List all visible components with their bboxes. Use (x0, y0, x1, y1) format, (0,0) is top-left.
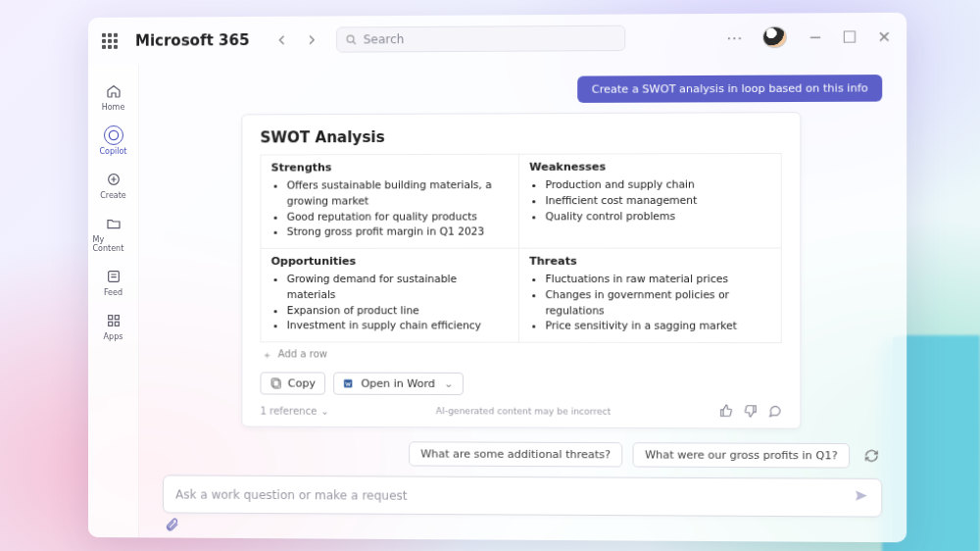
user-prompt-chip: Create a SWOT analysis in loop based on … (578, 75, 883, 103)
app-launcher-icon[interactable] (102, 33, 120, 49)
swot-item: Inefficient cost management (545, 192, 770, 208)
titlebar: Microsoft 365 Search ⋯ ─ ☐ ✕ (88, 13, 906, 65)
svg-rect-7 (115, 322, 119, 326)
swot-heading: Strengths (271, 161, 509, 175)
avatar[interactable] (762, 26, 787, 49)
sidebar: Home Copilot Create My Content Feed Apps (88, 65, 139, 543)
open-in-word-label: Open in Word (361, 377, 435, 390)
ai-disclaimer: AI-generated content may be incorrect (436, 406, 612, 417)
plus-icon: ＋ (263, 348, 272, 362)
swot-item: Strong gross profit margin in Q1 2023 (287, 225, 509, 240)
refresh-suggestions-button[interactable] (859, 445, 882, 468)
search-input[interactable]: Search (336, 25, 625, 53)
chevron-down-icon: ⌄ (444, 377, 453, 390)
swot-heading: Opportunities (271, 255, 509, 268)
svg-rect-9 (271, 378, 278, 386)
nav-back-button[interactable] (271, 29, 293, 51)
copilot-icon (103, 125, 122, 145)
swot-heading: Threats (529, 255, 770, 268)
references-label: 1 reference (260, 405, 317, 416)
swot-heading: Weaknesses (529, 160, 770, 174)
swot-item: Growing demand for sustainable materials (287, 272, 509, 303)
svg-rect-5 (115, 316, 119, 320)
sidebar-item-apps[interactable]: Apps (92, 306, 133, 346)
add-row-label: Add a row (278, 348, 328, 362)
feedback-more-button[interactable] (767, 404, 781, 420)
sidebar-item-label: Create (100, 191, 126, 200)
window-maximize-button[interactable]: ☐ (838, 27, 862, 46)
search-placeholder: Search (364, 32, 405, 46)
attach-button[interactable] (165, 517, 179, 535)
sidebar-item-home[interactable]: Home (92, 76, 133, 117)
swot-item: Expansion of product line (287, 303, 509, 319)
response-card: SWOT Analysis Strengths Offers sustainab… (241, 112, 801, 429)
apps-icon (103, 311, 122, 330)
sidebar-item-copilot[interactable]: Copilot (92, 121, 133, 161)
swot-item: Price sensitivity in a sagging market (545, 319, 770, 334)
svg-rect-3 (108, 272, 119, 282)
swot-item: Fluctuations in raw material prices (545, 272, 770, 287)
sidebar-item-label: Copilot (99, 147, 126, 156)
home-icon (103, 81, 122, 101)
sidebar-item-feed[interactable]: Feed (92, 262, 133, 302)
references-toggle[interactable]: 1 reference ⌄ (260, 405, 328, 416)
window-close-button[interactable]: ✕ (872, 27, 897, 47)
swot-strengths-cell: Strengths Offers sustainable building ma… (261, 155, 518, 249)
swot-item: Quality control problems (545, 208, 770, 224)
suggestion-chip[interactable]: What were our gross profits in Q1? (633, 442, 850, 468)
suggestion-chip[interactable]: What are some additional threats? (409, 441, 622, 467)
folder-icon (103, 214, 122, 233)
swot-opportunities-cell: Opportunities Growing demand for sustain… (261, 249, 518, 342)
sidebar-item-label: Feed (104, 288, 122, 297)
card-title: SWOT Analysis (260, 126, 781, 146)
sidebar-item-label: Apps (104, 332, 123, 341)
thumbs-up-button[interactable] (719, 404, 733, 420)
window-controls: ⋯ ─ ☐ ✕ (722, 25, 897, 48)
copy-icon (270, 376, 283, 389)
swot-item: Changes in government policies or regula… (545, 287, 770, 319)
nav-forward-button[interactable] (301, 29, 322, 51)
swot-weaknesses-cell: Weaknesses Production and supply chain I… (519, 154, 781, 249)
chevron-down-icon: ⌄ (320, 405, 328, 416)
chat-input[interactable]: Ask a work question or make a request (163, 475, 882, 517)
feed-icon (103, 267, 122, 286)
swot-item: Offers sustainable building materials, a… (287, 177, 509, 209)
refresh-icon (863, 448, 879, 463)
sidebar-item-create[interactable]: Create (92, 165, 133, 205)
more-button[interactable]: ⋯ (722, 27, 747, 46)
word-icon (343, 377, 356, 390)
sidebar-item-label: Home (102, 103, 125, 112)
app-window: Microsoft 365 Search ⋯ ─ ☐ ✕ Home Copilo… (88, 13, 906, 543)
svg-rect-6 (108, 322, 112, 326)
sidebar-item-label: My Content (92, 235, 133, 253)
create-icon (103, 170, 122, 189)
window-minimize-button[interactable]: ─ (803, 27, 827, 46)
paperclip-icon (165, 517, 179, 531)
swot-grid: Strengths Offers sustainable building ma… (260, 153, 781, 343)
thumbs-down-button[interactable] (744, 404, 758, 420)
swot-item: Production and supply chain (545, 176, 770, 192)
open-in-word-button[interactable]: Open in Word ⌄ (333, 373, 464, 396)
swot-item: Investment in supply chain efficiency (287, 318, 509, 333)
svg-point-1 (109, 130, 118, 139)
copy-button[interactable]: Copy (260, 372, 324, 394)
svg-rect-4 (108, 316, 112, 320)
feedback-bar (719, 404, 782, 420)
main-pane: Create a SWOT analysis in loop based on … (139, 61, 906, 543)
svg-rect-8 (273, 380, 280, 388)
swot-item: Good reputation for quality products (287, 209, 509, 225)
brand-title: Microsoft 365 (135, 31, 250, 50)
search-icon (345, 33, 357, 45)
send-button[interactable] (854, 488, 869, 507)
copy-label: Copy (288, 376, 316, 389)
sidebar-item-mycontent[interactable]: My Content (92, 209, 133, 258)
suggestions-row: What are some additional threats? What w… (163, 426, 882, 475)
chat-input-placeholder: Ask a work question or make a request (175, 487, 846, 505)
swot-threats-cell: Threats Fluctuations in raw material pri… (519, 249, 781, 343)
send-icon (854, 488, 869, 503)
svg-point-0 (347, 35, 354, 42)
add-row-button[interactable]: ＋ Add a row (260, 342, 781, 363)
